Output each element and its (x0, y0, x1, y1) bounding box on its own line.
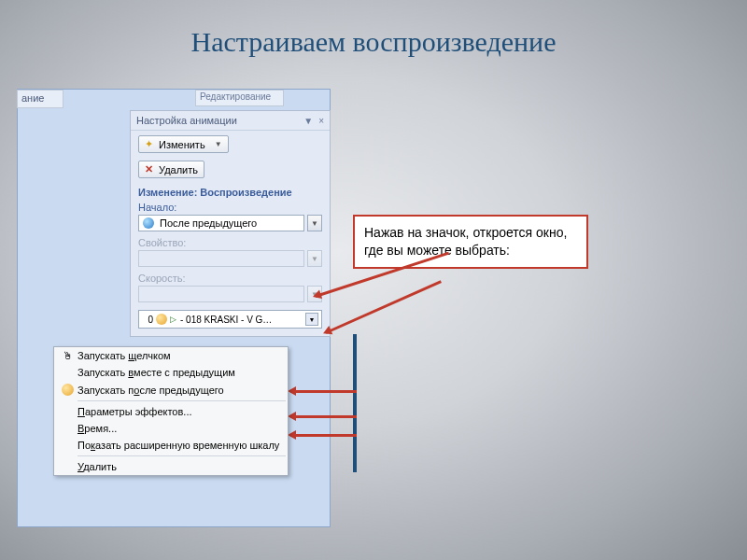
speed-select (138, 286, 304, 302)
property-select (138, 250, 304, 267)
start-label: Начало: (131, 200, 330, 213)
property-label: Свойство: (131, 235, 330, 248)
callout-note: Нажав на значок, откроется окно, где вы … (353, 215, 588, 269)
tab-fragment: ание (17, 90, 63, 108)
speed-label: Скорость: (131, 271, 330, 284)
item-text: - 018 KRASKI - V G… (180, 315, 303, 325)
clock-icon (156, 314, 167, 325)
delete-button[interactable]: ✕ Удалить (138, 161, 204, 178)
vertical-bar (353, 334, 357, 472)
change-button-label: Изменить (159, 139, 205, 150)
star-icon: ✦ (145, 138, 153, 150)
delete-x-icon: ✕ (145, 163, 153, 175)
menu-timing[interactable]: Время... (54, 420, 288, 437)
tab-editing: Редактирование (195, 90, 284, 106)
animation-list-item[interactable]: 0 ▷ - 018 KRASKI - V G… ▼ (139, 311, 321, 328)
menu-start-after-previous[interactable]: Запускать после предыдущего (54, 381, 288, 399)
mouse-icon: 🖱 (63, 350, 73, 361)
globe-icon (143, 217, 154, 229)
panel-title: Настройка анимации (136, 115, 237, 126)
menu-start-onclick[interactable]: 🖱 Запускать щелчком (54, 347, 288, 364)
menu-remove[interactable]: Удалить (54, 458, 288, 475)
context-menu: 🖱 Запускать щелчком Запускать вместе с п… (53, 346, 289, 476)
menu-separator (78, 400, 286, 401)
start-value: После предыдущего (160, 217, 257, 229)
panel-header: Настройка анимации ▼ × (131, 111, 330, 131)
panel-close-icon[interactable]: × (318, 116, 324, 126)
delete-button-label: Удалить (159, 164, 198, 175)
item-expand-button[interactable]: ▼ (305, 313, 318, 326)
start-dropdown-button[interactable]: ▼ (307, 215, 322, 231)
menu-separator (78, 455, 286, 456)
panel-dropdown-icon[interactable]: ▼ (303, 116, 313, 126)
chevron-down-icon: ▼ (215, 140, 222, 148)
arrow-line (290, 434, 357, 437)
play-icon: ▷ (170, 315, 176, 324)
arrow-line (290, 390, 357, 393)
clock-icon (62, 384, 74, 396)
section-title: Изменение: Воспроизведение (131, 181, 330, 200)
animation-list: 0 ▷ - 018 KRASKI - V G… ▼ (138, 310, 322, 329)
page-title: Настраиваем воспроизведение (0, 0, 747, 69)
menu-start-with-previous[interactable]: Запускать вместе с предыдущим (54, 364, 288, 381)
menu-show-timeline[interactable]: Показать расширенную временную шкалу (54, 437, 288, 454)
start-select[interactable]: После предыдущего (138, 215, 304, 231)
item-number: 0 (142, 315, 153, 325)
menu-effect-options[interactable]: Параметры эффектов... (54, 403, 288, 420)
change-button[interactable]: ✦ Изменить ▼ (138, 135, 229, 153)
property-dropdown-button: ▼ (307, 250, 322, 267)
arrow-line (290, 415, 357, 418)
animation-panel: Настройка анимации ▼ × ✦ Изменить ▼ ✕ Уд… (130, 110, 331, 337)
